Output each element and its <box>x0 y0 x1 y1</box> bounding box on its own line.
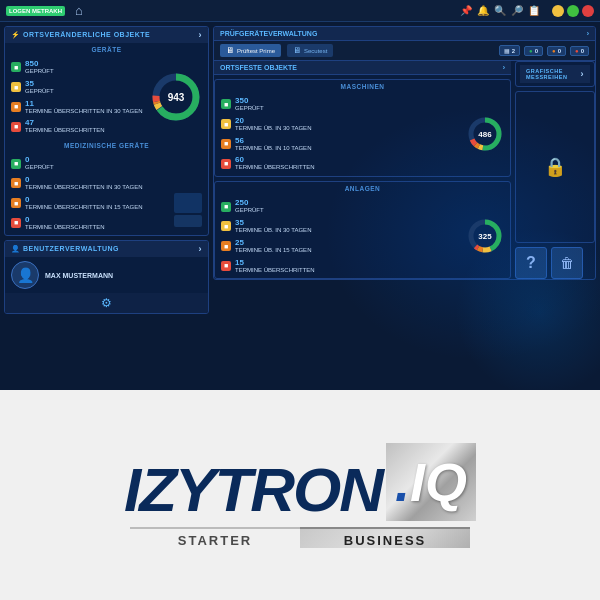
settings-bar[interactable]: ⚙ <box>5 293 208 313</box>
med-num-0-2: 0 <box>25 175 142 184</box>
maschinen-stats: ■ 350GEPRÜFT ■ 20TERMINE ÜB. IN 30 TAGEN… <box>221 96 460 172</box>
app-content: ⚡ ORTSVERÄNDERLICHE OBJEKTE › GERÄTE ■ 8… <box>0 22 600 390</box>
titlebar: LOGEN METRAKH ⌂ 📌 🔔 🔍 🔎 📋 <box>0 0 600 22</box>
grafisch-section: GRAFISCHE MESSREIHEN › <box>515 61 595 87</box>
grafisch-header[interactable]: GRAFISCHE MESSREIHEN › <box>520 65 590 83</box>
orts-right-header[interactable]: ORTSFESTE OBJEKTE › <box>214 61 511 75</box>
maschinen-block: MASCHINEN ■ 350GEPRÜFT ■ 20TERM <box>214 79 511 177</box>
med-icon-orange-2: ■ <box>11 198 21 208</box>
benutzer-arrow[interactable]: › <box>199 244 203 254</box>
anlagen-donut-label: 325 <box>466 217 504 255</box>
badge-num-0a: 0 <box>535 48 538 54</box>
tab-prueftest-prime[interactable]: 🖥 Prüftest Prime <box>220 44 281 57</box>
stat-row-35: ■ 35 GEPRÜFT <box>11 79 144 96</box>
branding-section: IZYTRON . IQ STARTER BUSINESS <box>0 390 600 600</box>
grafisch-arrow[interactable]: › <box>581 69 585 79</box>
stat-row-850: ■ 850 GEPRÜFT <box>11 59 144 76</box>
pruef-tabs: 🖥 Prüftest Prime 🖥 Secutest ▦ 2 ● <box>214 41 595 61</box>
clipboard-icon[interactable]: 📋 <box>528 5 540 16</box>
bell-icon[interactable]: 🔔 <box>477 5 489 16</box>
mach-stat-350: ■ 350GEPRÜFT <box>221 96 460 113</box>
titlebar-icons: 📌 🔔 🔍 🔎 📋 <box>460 5 540 16</box>
stat-icon-orange-1: ■ <box>11 102 21 112</box>
maschinen-subheader: MASCHINEN <box>215 80 510 92</box>
close-button[interactable] <box>582 5 594 17</box>
brand-iq-box: . IQ <box>386 443 476 521</box>
side-buttons: ? 🗑 <box>515 247 595 279</box>
mach-stat-20: ■ 20TERMINE ÜB. IN 30 TAGEN <box>221 116 460 133</box>
mach-icon-yellow: ■ <box>221 119 231 129</box>
trash-icon: 🗑 <box>560 255 574 271</box>
pruef-badges: ▦ 2 ● 0 ● 0 ● 0 <box>499 45 589 56</box>
brand-dot: . <box>395 451 410 513</box>
minimize-button[interactable] <box>552 5 564 17</box>
grafisch-title: GRAFISCHE MESSREIHEN <box>526 68 581 80</box>
brand-subtitle-row: STARTER BUSINESS <box>130 527 470 548</box>
home-icon[interactable]: ⌂ <box>75 3 83 18</box>
med-num-0-4: 0 <box>25 215 105 224</box>
anl-stat-250: ■ 250GEPRÜFT <box>221 198 460 215</box>
mach-stat-56: ■ 56TERMINE ÜB. IN 10 TAGEN <box>221 136 460 153</box>
app-logo: LOGEN METRAKH <box>6 6 65 16</box>
orts-header[interactable]: ⚡ ORTSVERÄNDERLICHE OBJEKTE › <box>5 27 208 43</box>
badge-icon-3: ● <box>575 48 579 54</box>
brand-izytron: IZYTRON <box>124 459 382 521</box>
delete-button[interactable]: 🗑 <box>551 247 583 279</box>
med-stat-0-green: ■ 0 GEPRÜFT <box>11 155 168 172</box>
maximize-button[interactable] <box>567 5 579 17</box>
med-num-0-1: 0 <box>25 155 54 164</box>
tab-label-secutest: Secutest <box>304 48 327 54</box>
tab-icon-secutest: 🖥 <box>293 46 301 55</box>
orts-arrow[interactable]: › <box>199 30 203 40</box>
geraete-body: ■ 850 GEPRÜFT ■ 35 GEPRÜFT <box>5 55 208 139</box>
med-label-15: TERMINE ÜBERSCHRITTEN IN 15 TAGEN <box>25 204 142 212</box>
pruef-arrow[interactable]: › <box>587 30 589 37</box>
med-stat-0-red: ■ 0 TERMINE ÜBERSCHRITTEN <box>11 215 168 232</box>
brand-starter: STARTER <box>130 527 300 548</box>
pruef-header: PRÜFGERÄTEVERWALTUNG › <box>214 27 595 41</box>
badge-num-2: 2 <box>512 48 515 54</box>
benutzer-body: 👤 MAX MUSTERMANN <box>5 257 208 293</box>
anlagen-block: ANLAGEN ■ 250GEPRÜFT ■ 35TERMIN <box>214 181 511 279</box>
badge-0b: ● 0 <box>547 46 566 56</box>
maschinen-body: ■ 350GEPRÜFT ■ 20TERMINE ÜB. IN 30 TAGEN… <box>215 92 510 176</box>
med-stat-0-orange1: ■ 0 TERMINE ÜBERSCHRITTEN IN 30 TAGEN <box>11 175 168 192</box>
right-sub: ORTSFESTE OBJEKTE › MASCHINEN ■ 350GEPRÜ… <box>214 61 595 279</box>
med-num-0-3: 0 <box>25 195 142 204</box>
anl-icon-orange: ■ <box>221 241 231 251</box>
stat-row-47: ■ 47 TERMINE ÜBERSCHRITTEN <box>11 118 144 135</box>
stat-label-geprueft-1: GEPRÜFT <box>25 68 54 76</box>
stat-icon-yellow: ■ <box>11 82 21 92</box>
anlagen-stats: ■ 250GEPRÜFT ■ 35TERMINE ÜB. IN 30 TAGEN… <box>221 198 460 274</box>
med-icon-red: ■ <box>11 218 21 228</box>
tab-secutest[interactable]: 🖥 Secutest <box>287 44 333 57</box>
anlagen-donut: 325 <box>466 217 504 255</box>
right-panel: PRÜFGERÄTEVERWALTUNG › 🖥 Prüftest Prime … <box>213 26 596 386</box>
stat-num-850: 850 <box>25 59 54 68</box>
med-subheader: MEDIZINISCHE GERÄTE <box>5 139 208 151</box>
stat-label-30tage: TERMINE ÜBERSCHRITTEN IN 30 TAGEN <box>25 108 142 116</box>
search-icon[interactable]: 🔍 <box>494 5 506 16</box>
pruef-section: PRÜFGERÄTEVERWALTUNG › 🖥 Prüftest Prime … <box>213 26 596 280</box>
help-button[interactable]: ? <box>515 247 547 279</box>
stat-row-11: ■ 11 TERMINE ÜBERSCHRITTEN IN 30 TAGEN <box>11 99 144 116</box>
lock-section: 🔒 <box>515 91 595 243</box>
help-icon: ? <box>526 254 536 272</box>
badge-num-0c: 0 <box>581 48 584 54</box>
benutzer-header[interactable]: 👤 BENUTZERVERWALTUNG › <box>5 241 208 257</box>
orts-right-arrow[interactable]: › <box>503 64 505 71</box>
brand-business: BUSINESS <box>300 527 470 548</box>
badge-2: ▦ 2 <box>499 45 520 56</box>
brand-row: IZYTRON . IQ <box>124 443 476 521</box>
badge-icon-0: ▦ <box>504 47 510 54</box>
pin-icon[interactable]: 📌 <box>460 5 472 16</box>
stat-icon-red-1: ■ <box>11 122 21 132</box>
stat-num-35: 35 <box>25 79 54 88</box>
anl-icon-yellow: ■ <box>221 221 231 231</box>
geraete-stats: ■ 850 GEPRÜFT ■ 35 GEPRÜFT <box>11 59 144 135</box>
mach-icon-orange: ■ <box>221 139 231 149</box>
stat-label-geprueft-2: GEPRÜFT <box>25 88 54 96</box>
stat-num-11: 11 <box>25 99 142 108</box>
zoom-icon[interactable]: 🔎 <box>511 5 523 16</box>
gear-icon[interactable]: ⚙ <box>101 296 112 310</box>
